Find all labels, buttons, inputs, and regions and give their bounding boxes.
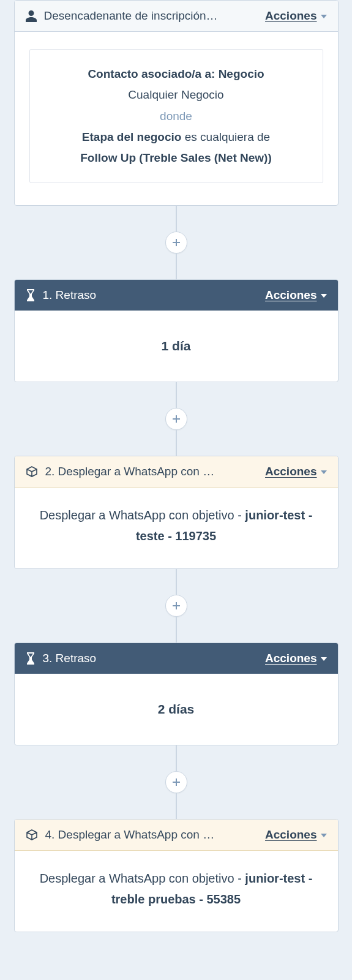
step-card: 1. Retraso Acciones 1 día <box>14 279 339 382</box>
chevron-down-icon <box>321 834 327 837</box>
actions-label: Acciones <box>265 465 316 478</box>
actions-label: Acciones <box>265 9 316 23</box>
step-card: 2. Desplegar a WhatsApp con … Acciones D… <box>14 456 339 569</box>
condition-line: donde <box>41 107 312 126</box>
connector <box>176 206 177 232</box>
actions-menu[interactable]: Acciones <box>265 288 326 302</box>
hourglass-icon <box>26 289 36 301</box>
connector <box>176 617 177 643</box>
actions-label: Acciones <box>265 288 316 302</box>
step-header[interactable]: 2. Desplegar a WhatsApp con … Acciones <box>15 456 338 488</box>
step-title: 2. Desplegar a WhatsApp con … <box>45 465 215 478</box>
add-step-button[interactable] <box>165 408 187 430</box>
step-header[interactable]: 4. Desplegar a WhatsApp con … Acciones <box>15 820 338 851</box>
connector <box>176 382 177 408</box>
connector <box>176 569 177 595</box>
step-body: 1 día <box>29 335 323 357</box>
trigger-title: Desencadenante de inscripción… <box>44 9 218 23</box>
cube-icon <box>26 466 38 478</box>
chevron-down-icon <box>321 15 327 18</box>
actions-menu[interactable]: Acciones <box>265 652 326 665</box>
actions-menu[interactable]: Acciones <box>265 828 326 842</box>
step-title: 3. Retraso <box>43 652 97 665</box>
condition-line: Follow Up (Treble Sales (Net New)) <box>41 148 312 168</box>
step-body: Desplegar a WhatsApp con objetivo - juni… <box>29 505 323 546</box>
actions-menu[interactable]: Acciones <box>265 9 326 23</box>
step-card: 3. Retraso Acciones 2 días <box>14 643 339 745</box>
step-header[interactable]: 3. Retraso Acciones <box>15 643 338 674</box>
condition-line: Contacto asociado/a a: Negocio <box>41 64 312 84</box>
actions-label: Acciones <box>265 828 316 842</box>
chevron-down-icon <box>321 657 327 661</box>
chevron-down-icon <box>321 294 327 298</box>
connector <box>176 430 177 456</box>
cube-icon <box>26 829 38 841</box>
actions-menu[interactable]: Acciones <box>265 465 326 478</box>
add-step-button[interactable] <box>165 232 187 254</box>
chevron-down-icon <box>321 470 327 474</box>
connector <box>176 254 177 279</box>
step-body: Desplegar a WhatsApp con objetivo - juni… <box>29 868 323 910</box>
trigger-condition-box: Contacto asociado/a a: Negocio Cualquier… <box>29 49 323 183</box>
condition-line: Cualquier Negocio <box>41 85 312 105</box>
connector <box>176 745 177 771</box>
add-step-button[interactable] <box>165 771 187 793</box>
person-icon <box>26 10 37 22</box>
add-step-button[interactable] <box>165 595 187 617</box>
trigger-header[interactable]: Desencadenante de inscripción… Acciones <box>15 1 338 32</box>
step-title: 1. Retraso <box>43 288 97 302</box>
trigger-card: Desencadenante de inscripción… Acciones … <box>14 0 339 206</box>
step-title: 4. Desplegar a WhatsApp con … <box>45 828 215 842</box>
condition-line: Etapa del negocio es cualquiera de <box>41 127 312 147</box>
actions-label: Acciones <box>265 652 316 665</box>
hourglass-icon <box>26 652 36 665</box>
step-card: 4. Desplegar a WhatsApp con … Acciones D… <box>14 819 339 932</box>
connector <box>176 793 177 819</box>
step-body: 2 días <box>29 698 323 720</box>
step-header[interactable]: 1. Retraso Acciones <box>15 280 338 311</box>
